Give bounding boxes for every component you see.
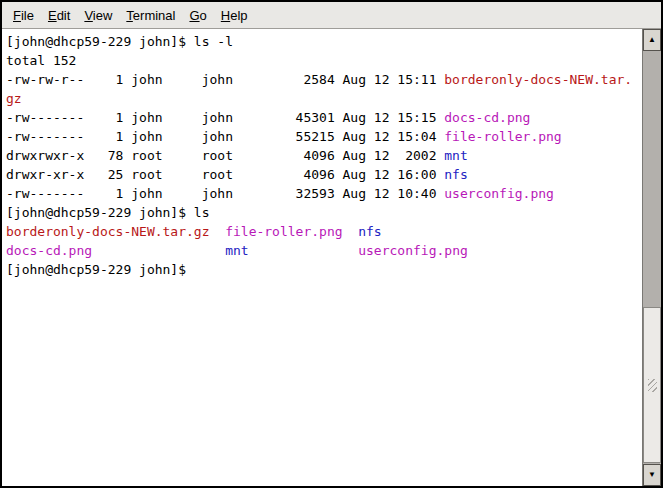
- terminal-window: File Edit View Terminal Go Help [john@dh…: [0, 0, 663, 488]
- menu-edit[interactable]: Edit: [41, 3, 77, 28]
- terminal-line: -rw------- 1 john john 32593 Aug 12 10:4…: [6, 184, 642, 203]
- terminal-line: total 152: [6, 51, 642, 70]
- scrollbar-thumb[interactable]: [643, 307, 661, 463]
- down-arrow-icon: ▼: [648, 471, 656, 479]
- terminal-line: [john@dhcp59-229 john]$: [6, 260, 642, 279]
- terminal-line: [john@dhcp59-229 john]$ ls -l: [6, 32, 642, 51]
- terminal-line: drwxr-xr-x 25 root root 4096 Aug 12 16:0…: [6, 165, 642, 184]
- menu-file[interactable]: File: [6, 3, 41, 28]
- terminal-line: [john@dhcp59-229 john]$ ls: [6, 203, 642, 222]
- scrollbar: ▲ ▼: [642, 29, 661, 486]
- menu-terminal[interactable]: Terminal: [119, 3, 182, 28]
- scroll-up-button[interactable]: ▲: [643, 29, 661, 51]
- terminal-line: gz: [6, 89, 642, 108]
- scroll-down-button[interactable]: ▼: [643, 464, 661, 486]
- terminal-line: borderonly-docs-NEW.tar.gz file-roller.p…: [6, 222, 642, 241]
- scrollbar-grip-icon: [648, 379, 657, 392]
- menu-view[interactable]: View: [77, 3, 119, 28]
- menu-help[interactable]: Help: [214, 3, 255, 28]
- terminal-line: drwxrwxr-x 78 root root 4096 Aug 12 2002…: [6, 146, 642, 165]
- menu-go[interactable]: Go: [182, 3, 213, 28]
- up-arrow-icon: ▲: [648, 36, 656, 44]
- scrollbar-track[interactable]: [643, 51, 661, 464]
- terminal-screen[interactable]: [john@dhcp59-229 john]$ ls -ltotal 152-r…: [2, 29, 642, 486]
- menu-bar: File Edit View Terminal Go Help: [2, 2, 661, 29]
- terminal-line: -rw-rw-r-- 1 john john 2584 Aug 12 15:11…: [6, 70, 642, 89]
- terminal-line: -rw------- 1 john john 55215 Aug 12 15:0…: [6, 127, 642, 146]
- window-body: [john@dhcp59-229 john]$ ls -ltotal 152-r…: [2, 29, 661, 486]
- terminal-line: -rw------- 1 john john 45301 Aug 12 15:1…: [6, 108, 642, 127]
- terminal-line: docs-cd.png mnt userconfig.png: [6, 241, 642, 260]
